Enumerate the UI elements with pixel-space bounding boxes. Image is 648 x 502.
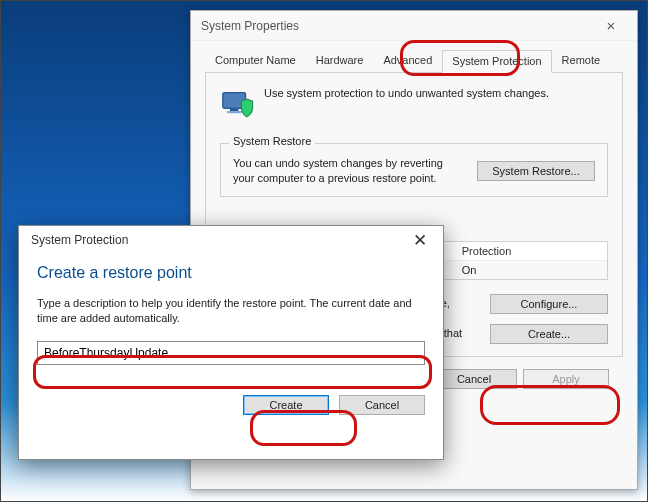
col-protection-header: Protection <box>456 242 607 260</box>
intro-text: Use system protection to undo unwanted s… <box>264 87 549 99</box>
close-icon[interactable]: × <box>591 17 631 34</box>
tab-remote[interactable]: Remote <box>552 49 611 72</box>
tab-strip: Computer Name Hardware Advanced System P… <box>205 49 623 73</box>
tab-advanced[interactable]: Advanced <box>373 49 442 72</box>
svg-rect-1 <box>230 108 239 111</box>
system-protection-dialog: System Protection ✕ Create a restore poi… <box>18 225 444 460</box>
system-restore-text: You can undo system changes by reverting… <box>233 156 467 186</box>
group-system-restore: System Restore You can undo system chang… <box>220 143 608 197</box>
create-restore-point-button[interactable]: Create... <box>490 324 608 344</box>
dialog-prompt: Type a description to help you identify … <box>37 296 425 327</box>
row-protection-value: On <box>456 261 607 279</box>
group-legend-system-restore: System Restore <box>229 135 315 147</box>
restore-point-description-input[interactable] <box>37 341 425 365</box>
system-restore-button[interactable]: System Restore... <box>477 161 595 181</box>
apply-button[interactable]: Apply <box>523 369 609 389</box>
close-icon[interactable]: ✕ <box>401 230 439 251</box>
sysprops-title: System Properties <box>201 19 299 33</box>
svg-rect-2 <box>227 111 241 113</box>
cancel-button[interactable]: Cancel <box>339 395 425 415</box>
dialog-title: System Protection <box>31 233 128 247</box>
create-button[interactable]: Create <box>243 395 329 415</box>
tab-hardware[interactable]: Hardware <box>306 49 374 72</box>
tab-system-protection[interactable]: System Protection <box>442 50 551 73</box>
tab-computer-name[interactable]: Computer Name <box>205 49 306 72</box>
dialog-titlebar: System Protection ✕ <box>19 226 443 254</box>
configure-button[interactable]: Configure... <box>490 294 608 314</box>
dialog-heading: Create a restore point <box>37 264 425 282</box>
shield-monitor-icon <box>220 87 254 123</box>
sysprops-titlebar: System Properties × <box>191 11 637 41</box>
